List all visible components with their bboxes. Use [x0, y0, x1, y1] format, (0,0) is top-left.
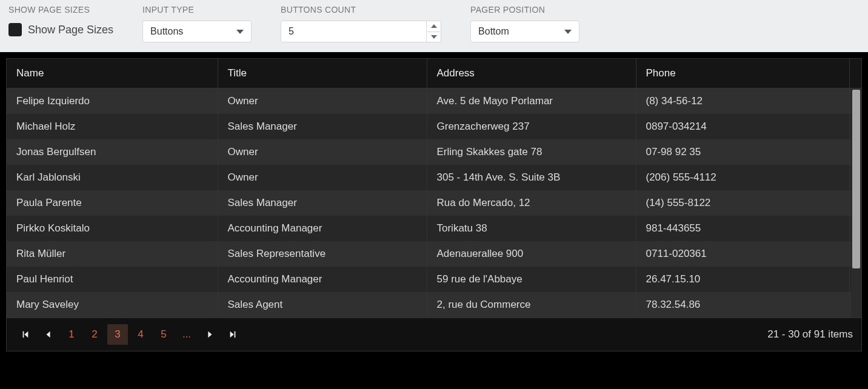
cell-name: Michael Holz [7, 114, 218, 139]
buttons-count-input[interactable]: 5 [281, 21, 441, 42]
pager: 12345 ... 21 - 30 of 91 items [7, 318, 861, 351]
cell-title: Accounting Manager [218, 267, 427, 292]
cell-phone: 07-98 92 35 [636, 139, 849, 165]
table-row[interactable]: Felipe IzquierdoOwnerAve. 5 de Mayo Porl… [7, 88, 861, 114]
table-row[interactable]: Pirkko KoskitaloAccounting ManagerTorika… [7, 216, 861, 241]
cell-address: 305 - 14th Ave. S. Suite 3B [427, 165, 636, 190]
scrollbar-header-spacer [849, 59, 861, 88]
pager-page-5[interactable]: 5 [153, 324, 174, 345]
pager-position-value: Bottom [478, 26, 509, 37]
pager-prev-button[interactable] [38, 324, 59, 345]
cell-phone: 981-443655 [636, 216, 849, 241]
table-row[interactable]: Karl JablonskiOwner305 - 14th Ave. S. Su… [7, 165, 861, 190]
cell-name: Felipe Izquierdo [7, 88, 218, 114]
input-type-label: INPUT TYPE [142, 5, 252, 15]
table-row[interactable]: Rita MüllerSales RepresentativeAdenauera… [7, 241, 861, 267]
pager-next-button[interactable] [199, 324, 220, 345]
table-row[interactable]: Paul HenriotAccounting Manager59 rue de … [7, 267, 861, 292]
scrollbar-thumb[interactable] [852, 90, 860, 268]
cell-title: Sales Manager [218, 114, 427, 139]
pager-page-4[interactable]: 4 [130, 324, 151, 345]
vertical-scrollbar[interactable] [851, 88, 861, 318]
pager-position-group: PAGER POSITION Bottom [470, 5, 579, 42]
table-row[interactable]: Jonas BergulfsenOwnerErling Skakkes gate… [7, 139, 861, 165]
pager-ellipsis[interactable]: ... [176, 324, 197, 345]
cell-address: Torikatu 38 [427, 216, 636, 241]
cell-phone: 0711-020361 [636, 241, 849, 267]
pager-position-select[interactable]: Bottom [470, 21, 579, 42]
pager-page-2[interactable]: 2 [84, 324, 105, 345]
cell-title: Accounting Manager [218, 216, 427, 241]
cell-name: Karl Jablonski [7, 165, 218, 190]
buttons-count-steppers [426, 21, 441, 42]
table-row[interactable]: Mary SaveleySales Agent2, rue du Commerc… [7, 292, 861, 318]
show-page-sizes-label: SHOW PAGE SIZES [8, 5, 113, 15]
cell-address: Rua do Mercado, 12 [427, 190, 636, 216]
buttons-count-value: 5 [281, 26, 426, 37]
table-row[interactable]: Michael HolzSales ManagerGrenzacherweg 2… [7, 114, 861, 139]
pager-position-label: PAGER POSITION [470, 5, 579, 15]
stepper-up-button[interactable] [427, 21, 441, 32]
next-page-icon [205, 330, 214, 339]
stepper-down-button[interactable] [427, 32, 441, 42]
grid-header: Name Title Address Phone [7, 59, 861, 88]
cell-title: Owner [218, 139, 427, 165]
buttons-count-group: BUTTONS COUNT 5 [281, 5, 441, 42]
pager-page-1[interactable]: 1 [61, 324, 82, 345]
pager-page-3[interactable]: 3 [107, 324, 128, 345]
caret-up-icon [431, 24, 437, 28]
show-page-sizes-checkbox[interactable] [8, 23, 22, 36]
cell-name: Rita Müller [7, 241, 218, 267]
cell-title: Owner [218, 88, 427, 114]
show-page-sizes-group: SHOW PAGE SIZES Show Page Sizes [8, 5, 113, 36]
pager-first-button[interactable] [15, 324, 36, 345]
cell-address: Ave. 5 de Mayo Porlamar [427, 88, 636, 114]
input-type-group: INPUT TYPE Buttons [142, 5, 252, 42]
data-grid: Name Title Address Phone Felipe Izquierd… [6, 58, 862, 351]
cell-phone: (14) 555-8122 [636, 190, 849, 216]
prev-page-icon [44, 330, 53, 339]
pager-last-button[interactable] [222, 324, 243, 345]
chevron-down-icon [564, 30, 572, 34]
column-header-address[interactable]: Address [427, 59, 636, 88]
column-header-name[interactable]: Name [7, 59, 218, 88]
first-page-icon [21, 330, 30, 339]
cell-title: Sales Agent [218, 292, 427, 318]
cell-title: Sales Representative [218, 241, 427, 267]
cell-phone: 78.32.54.86 [636, 292, 849, 318]
column-header-phone[interactable]: Phone [636, 59, 849, 88]
cell-address: 2, rue du Commerce [427, 292, 636, 318]
caret-down-icon [431, 35, 437, 39]
pager-info: 21 - 30 of 91 items [767, 328, 853, 341]
cell-name: Paula Parente [7, 190, 218, 216]
cell-phone: (206) 555-4112 [636, 165, 849, 190]
input-type-select[interactable]: Buttons [142, 21, 252, 42]
grid-body: Felipe IzquierdoOwnerAve. 5 de Mayo Porl… [7, 88, 861, 318]
chevron-down-icon [236, 30, 244, 34]
cell-phone: 0897-034214 [636, 114, 849, 139]
cell-name: Pirkko Koskitalo [7, 216, 218, 241]
cell-address: 59 rue de l'Abbaye [427, 267, 636, 292]
cell-phone: 26.47.15.10 [636, 267, 849, 292]
cell-title: Sales Manager [218, 190, 427, 216]
cell-name: Jonas Bergulfsen [7, 139, 218, 165]
config-toolbar: SHOW PAGE SIZES Show Page Sizes INPUT TY… [0, 0, 868, 52]
show-page-sizes-checkbox-label: Show Page Sizes [28, 24, 113, 36]
cell-address: Adenauerallee 900 [427, 241, 636, 267]
column-header-title[interactable]: Title [218, 59, 427, 88]
table-row[interactable]: Paula ParenteSales ManagerRua do Mercado… [7, 190, 861, 216]
last-page-icon [229, 330, 237, 339]
cell-phone: (8) 34-56-12 [636, 88, 849, 114]
cell-address: Grenzacherweg 237 [427, 114, 636, 139]
buttons-count-label: BUTTONS COUNT [281, 5, 441, 15]
grid-container: Name Title Address Phone Felipe Izquierd… [0, 52, 868, 357]
cell-name: Paul Henriot [7, 267, 218, 292]
cell-name: Mary Saveley [7, 292, 218, 318]
cell-address: Erling Skakkes gate 78 [427, 139, 636, 165]
show-page-sizes-control[interactable]: Show Page Sizes [8, 21, 113, 36]
input-type-value: Buttons [150, 26, 183, 37]
pager-buttons: 12345 ... [15, 324, 243, 345]
cell-title: Owner [218, 165, 427, 190]
